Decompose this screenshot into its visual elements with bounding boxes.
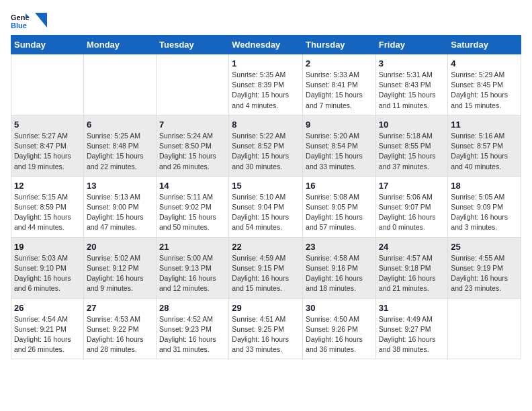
svg-text:Blue: Blue bbox=[11, 21, 27, 30]
calendar-cell: 13Sunrise: 5:13 AMSunset: 9:00 PMDayligh… bbox=[83, 176, 156, 237]
calendar-cell: 28Sunrise: 4:52 AMSunset: 9:23 PMDayligh… bbox=[157, 298, 229, 359]
logo-triangle-icon bbox=[35, 13, 47, 28]
day-number: 30 bbox=[306, 303, 373, 313]
day-info: Sunrise: 5:29 AMSunset: 8:45 PMDaylight:… bbox=[451, 70, 518, 111]
weekday-header-row: SundayMondayTuesdayWednesdayThursdayFrid… bbox=[11, 36, 521, 54]
calendar-cell: 21Sunrise: 5:00 AMSunset: 9:13 PMDayligh… bbox=[157, 237, 229, 298]
day-info: Sunrise: 5:05 AMSunset: 9:09 PMDaylight:… bbox=[451, 192, 518, 233]
calendar-cell: 8Sunrise: 5:22 AMSunset: 8:52 PMDaylight… bbox=[229, 115, 303, 176]
calendar-cell bbox=[157, 54, 229, 116]
calendar-week-row-2: 5Sunrise: 5:27 AMSunset: 8:47 PMDaylight… bbox=[11, 115, 521, 176]
day-number: 18 bbox=[451, 181, 518, 191]
day-info: Sunrise: 5:08 AMSunset: 9:05 PMDaylight:… bbox=[306, 192, 373, 233]
calendar-week-row-3: 12Sunrise: 5:15 AMSunset: 8:59 PMDayligh… bbox=[11, 176, 521, 237]
calendar-week-row-4: 19Sunrise: 5:03 AMSunset: 9:10 PMDayligh… bbox=[11, 237, 521, 298]
day-number: 7 bbox=[159, 120, 226, 130]
calendar-cell: 26Sunrise: 4:54 AMSunset: 9:21 PMDayligh… bbox=[11, 298, 84, 359]
calendar-cell: 6Sunrise: 5:25 AMSunset: 8:48 PMDaylight… bbox=[83, 115, 156, 176]
weekday-header-sunday: Sunday bbox=[11, 36, 84, 54]
weekday-header-monday: Monday bbox=[83, 36, 156, 54]
day-info: Sunrise: 4:49 AMSunset: 9:27 PMDaylight:… bbox=[379, 314, 445, 355]
calendar-cell: 19Sunrise: 5:03 AMSunset: 9:10 PMDayligh… bbox=[11, 237, 84, 298]
calendar-week-row-5: 26Sunrise: 4:54 AMSunset: 9:21 PMDayligh… bbox=[11, 298, 521, 359]
calendar-cell: 2Sunrise: 5:33 AMSunset: 8:41 PMDaylight… bbox=[303, 54, 376, 116]
day-number: 31 bbox=[379, 303, 445, 313]
day-info: Sunrise: 4:52 AMSunset: 9:23 PMDaylight:… bbox=[159, 314, 226, 355]
header: General Blue bbox=[11, 11, 521, 30]
calendar-cell: 16Sunrise: 5:08 AMSunset: 9:05 PMDayligh… bbox=[303, 176, 376, 237]
day-info: Sunrise: 5:03 AMSunset: 9:10 PMDaylight:… bbox=[14, 253, 81, 294]
calendar-cell: 31Sunrise: 4:49 AMSunset: 9:27 PMDayligh… bbox=[375, 298, 448, 359]
day-info: Sunrise: 4:51 AMSunset: 9:25 PMDaylight:… bbox=[232, 314, 300, 355]
calendar-cell: 29Sunrise: 4:51 AMSunset: 9:25 PMDayligh… bbox=[229, 298, 303, 359]
calendar-cell bbox=[83, 54, 156, 116]
day-info: Sunrise: 5:20 AMSunset: 8:54 PMDaylight:… bbox=[306, 131, 373, 172]
day-number: 21 bbox=[159, 242, 226, 252]
day-number: 24 bbox=[379, 242, 445, 252]
calendar-cell: 25Sunrise: 4:55 AMSunset: 9:19 PMDayligh… bbox=[448, 237, 521, 298]
day-info: Sunrise: 5:13 AMSunset: 9:00 PMDaylight:… bbox=[87, 192, 153, 233]
day-number: 25 bbox=[451, 242, 518, 252]
day-number: 26 bbox=[14, 303, 81, 313]
day-info: Sunrise: 5:25 AMSunset: 8:48 PMDaylight:… bbox=[87, 131, 153, 172]
day-info: Sunrise: 4:54 AMSunset: 9:21 PMDaylight:… bbox=[14, 314, 81, 355]
day-info: Sunrise: 5:24 AMSunset: 8:50 PMDaylight:… bbox=[159, 131, 226, 172]
day-number: 27 bbox=[87, 303, 153, 313]
calendar-cell bbox=[448, 298, 521, 359]
calendar-cell: 22Sunrise: 4:59 AMSunset: 9:15 PMDayligh… bbox=[229, 237, 303, 298]
svg-marker-3 bbox=[35, 13, 47, 28]
day-number: 5 bbox=[14, 120, 81, 130]
day-info: Sunrise: 5:31 AMSunset: 8:43 PMDaylight:… bbox=[379, 70, 445, 111]
day-info: Sunrise: 4:57 AMSunset: 9:18 PMDaylight:… bbox=[379, 253, 445, 294]
day-number: 8 bbox=[232, 120, 300, 130]
day-info: Sunrise: 5:18 AMSunset: 8:55 PMDaylight:… bbox=[379, 131, 445, 172]
weekday-header-thursday: Thursday bbox=[303, 36, 376, 54]
day-number: 13 bbox=[87, 181, 153, 191]
calendar-cell: 14Sunrise: 5:11 AMSunset: 9:02 PMDayligh… bbox=[157, 176, 229, 237]
calendar-cell: 9Sunrise: 5:20 AMSunset: 8:54 PMDaylight… bbox=[303, 115, 376, 176]
day-number: 20 bbox=[87, 242, 153, 252]
day-number: 15 bbox=[232, 181, 300, 191]
calendar-cell: 3Sunrise: 5:31 AMSunset: 8:43 PMDaylight… bbox=[375, 54, 448, 116]
day-number: 19 bbox=[14, 242, 81, 252]
day-info: Sunrise: 5:35 AMSunset: 8:39 PMDaylight:… bbox=[232, 70, 300, 111]
weekday-header-wednesday: Wednesday bbox=[229, 36, 303, 54]
day-info: Sunrise: 5:16 AMSunset: 8:57 PMDaylight:… bbox=[451, 131, 518, 172]
day-number: 11 bbox=[451, 120, 518, 130]
calendar-cell: 23Sunrise: 4:58 AMSunset: 9:16 PMDayligh… bbox=[303, 237, 376, 298]
day-number: 10 bbox=[379, 120, 445, 130]
calendar-cell: 30Sunrise: 4:50 AMSunset: 9:26 PMDayligh… bbox=[303, 298, 376, 359]
day-number: 17 bbox=[379, 181, 445, 191]
day-number: 16 bbox=[306, 181, 373, 191]
weekday-header-friday: Friday bbox=[375, 36, 448, 54]
day-number: 2 bbox=[306, 58, 373, 68]
calendar-cell: 5Sunrise: 5:27 AMSunset: 8:47 PMDaylight… bbox=[11, 115, 84, 176]
day-info: Sunrise: 5:22 AMSunset: 8:52 PMDaylight:… bbox=[232, 131, 300, 172]
day-info: Sunrise: 5:11 AMSunset: 9:02 PMDaylight:… bbox=[159, 192, 226, 233]
weekday-header-saturday: Saturday bbox=[448, 36, 521, 54]
day-number: 9 bbox=[306, 120, 373, 130]
calendar-cell: 7Sunrise: 5:24 AMSunset: 8:50 PMDaylight… bbox=[157, 115, 229, 176]
day-info: Sunrise: 4:50 AMSunset: 9:26 PMDaylight:… bbox=[306, 314, 373, 355]
calendar-cell: 17Sunrise: 5:06 AMSunset: 9:07 PMDayligh… bbox=[375, 176, 448, 237]
calendar-cell: 24Sunrise: 4:57 AMSunset: 9:18 PMDayligh… bbox=[375, 237, 448, 298]
calendar-table: SundayMondayTuesdayWednesdayThursdayFrid… bbox=[11, 35, 521, 359]
day-number: 12 bbox=[14, 181, 81, 191]
day-number: 6 bbox=[87, 120, 153, 130]
calendar-cell: 18Sunrise: 5:05 AMSunset: 9:09 PMDayligh… bbox=[448, 176, 521, 237]
day-info: Sunrise: 5:10 AMSunset: 9:04 PMDaylight:… bbox=[232, 192, 300, 233]
weekday-header-tuesday: Tuesday bbox=[157, 36, 229, 54]
calendar-cell: 1Sunrise: 5:35 AMSunset: 8:39 PMDaylight… bbox=[229, 54, 303, 116]
day-number: 22 bbox=[232, 242, 300, 252]
calendar-cell: 11Sunrise: 5:16 AMSunset: 8:57 PMDayligh… bbox=[448, 115, 521, 176]
calendar-cell: 12Sunrise: 5:15 AMSunset: 8:59 PMDayligh… bbox=[11, 176, 84, 237]
logo-icon: General Blue bbox=[11, 11, 30, 30]
calendar-cell: 20Sunrise: 5:02 AMSunset: 9:12 PMDayligh… bbox=[83, 237, 156, 298]
day-number: 23 bbox=[306, 242, 373, 252]
day-info: Sunrise: 5:33 AMSunset: 8:41 PMDaylight:… bbox=[306, 70, 373, 111]
day-info: Sunrise: 5:00 AMSunset: 9:13 PMDaylight:… bbox=[159, 253, 226, 294]
calendar-cell bbox=[11, 54, 84, 116]
day-info: Sunrise: 4:53 AMSunset: 9:22 PMDaylight:… bbox=[87, 314, 153, 355]
day-info: Sunrise: 5:27 AMSunset: 8:47 PMDaylight:… bbox=[14, 131, 81, 172]
day-number: 28 bbox=[159, 303, 226, 313]
